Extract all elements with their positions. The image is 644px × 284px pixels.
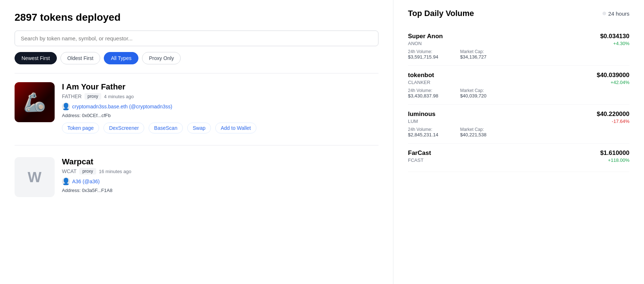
volume-stats: 24h Volume: $3,430,837.98 Market Cap: $4… bbox=[408, 88, 629, 99]
requester-link[interactable]: A36 (@a36) bbox=[72, 179, 100, 184]
volume-item: FarCast $1.610000 FCAST +118.00% bbox=[408, 144, 629, 172]
token-meta: WCAT proxy 16 minutes ago bbox=[62, 168, 378, 175]
proxy-badge: proxy bbox=[79, 168, 96, 175]
volume-stats: 24h Volume: $2,845,231.14 Market Cap: $4… bbox=[408, 127, 629, 137]
volume-value: $3,430,837.98 bbox=[408, 93, 438, 99]
mcap-stat: Market Cap: $34,136,727 bbox=[460, 49, 486, 60]
right-panel: Top Daily Volume 24 hours Super Anon $0.… bbox=[393, 0, 644, 284]
filter-proxy-only[interactable]: Proxy Only bbox=[142, 52, 181, 64]
volume-item: Super Anon $0.034130 ANON +4.30% 24h Vol… bbox=[408, 27, 629, 66]
volume-sub: ANON +4.30% bbox=[408, 41, 629, 46]
filter-all-types[interactable]: All Types bbox=[104, 52, 138, 64]
volume-token-name: FarCast bbox=[408, 149, 431, 157]
volume-value: $3,591,715.94 bbox=[408, 54, 438, 60]
token-time: 4 minutes ago bbox=[104, 94, 134, 99]
token-time: 16 minutes ago bbox=[99, 169, 131, 174]
volume-change: -17.64% bbox=[612, 119, 629, 124]
token-info: I Am Your Father FATHER proxy 4 minutes … bbox=[62, 82, 378, 133]
volume-token-name: tokenbot bbox=[408, 72, 434, 79]
token-name: Warpcat bbox=[62, 157, 378, 167]
volume-label: 24h Volume: bbox=[408, 127, 438, 132]
volume-top: tokenbot $40.039000 bbox=[408, 72, 629, 79]
mcap-label: Market Cap: bbox=[460, 49, 486, 54]
mcap-stat: Market Cap: $40,039,720 bbox=[460, 88, 486, 99]
volume-price: $40.220000 bbox=[597, 111, 629, 118]
requester-avatar: 👤 bbox=[62, 103, 70, 111]
dexscreener-link[interactable]: DexScreener bbox=[103, 123, 144, 133]
add-to-wallet-link[interactable]: Add to Wallet bbox=[215, 123, 256, 133]
action-links: Token page DexScreener BaseScan Swap Add… bbox=[62, 123, 378, 133]
left-panel: 2897 tokens deployed Newest First Oldest… bbox=[0, 0, 393, 284]
right-header: Top Daily Volume 24 hours bbox=[408, 9, 629, 18]
mcap-value: $40,039,720 bbox=[460, 93, 486, 99]
token-info: Warpcat WCAT proxy 16 minutes ago 👤 A36 … bbox=[62, 157, 378, 197]
volume-sub: LUM -17.64% bbox=[408, 119, 629, 124]
volume-top: FarCast $1.610000 bbox=[408, 149, 629, 157]
mcap-label: Market Cap: bbox=[460, 127, 486, 132]
token-requester: 👤 cryptomadn3ss.base.eth (@cryptomadn3ss… bbox=[62, 103, 378, 111]
volume-price: $0.034130 bbox=[600, 33, 629, 40]
time-dot-icon bbox=[602, 12, 606, 15]
swap-link[interactable]: Swap bbox=[187, 123, 211, 133]
volume-stat: 24h Volume: $3,430,837.98 bbox=[408, 88, 438, 99]
volume-change: +42.04% bbox=[610, 80, 629, 85]
volume-change: +4.30% bbox=[613, 41, 629, 46]
volume-stat: 24h Volume: $2,845,231.14 bbox=[408, 127, 438, 137]
token-requester: 👤 A36 (@a36) bbox=[62, 177, 378, 185]
volume-top: Super Anon $0.034130 bbox=[408, 33, 629, 40]
volume-label: 24h Volume: bbox=[408, 88, 438, 93]
time-label: 24 hours bbox=[608, 11, 629, 17]
token-image-placeholder: W bbox=[15, 157, 55, 197]
volume-top: luminous $40.220000 bbox=[408, 111, 629, 118]
requester-avatar: 👤 bbox=[62, 177, 70, 185]
placeholder-letter: W bbox=[28, 169, 42, 185]
token-symbol: WCAT bbox=[62, 168, 76, 174]
token-address: Address: 0x0CEf...cfFb bbox=[62, 113, 378, 118]
volume-symbol: LUM bbox=[408, 119, 418, 124]
volume-price: $40.039000 bbox=[597, 72, 629, 79]
volume-symbol: ANON bbox=[408, 41, 422, 46]
filter-newest-first[interactable]: Newest First bbox=[15, 52, 57, 64]
volume-change: +118.00% bbox=[608, 157, 629, 163]
volume-item: luminous $40.220000 LUM -17.64% 24h Volu… bbox=[408, 105, 629, 144]
divider bbox=[15, 73, 378, 73]
volume-item: tokenbot $40.039000 CLANKER +42.04% 24h … bbox=[408, 66, 629, 105]
volume-sub: CLANKER +42.04% bbox=[408, 80, 629, 85]
basescan-link[interactable]: BaseScan bbox=[149, 123, 183, 133]
time-selector[interactable]: 24 hours bbox=[602, 11, 629, 17]
section-title: Top Daily Volume bbox=[408, 9, 474, 18]
volume-symbol: FCAST bbox=[408, 157, 424, 163]
mcap-value: $34,136,727 bbox=[460, 54, 486, 60]
volume-symbol: CLANKER bbox=[408, 80, 430, 85]
token-address: Address: 0x3a5F...F1A8 bbox=[62, 188, 378, 193]
filter-oldest-first[interactable]: Oldest First bbox=[60, 52, 101, 64]
proxy-badge: proxy bbox=[85, 93, 101, 100]
mcap-label: Market Cap: bbox=[460, 88, 486, 93]
page-title: 2897 tokens deployed bbox=[15, 12, 378, 23]
volume-stats: 24h Volume: $3,591,715.94 Market Cap: $3… bbox=[408, 49, 629, 60]
token-card: W Warpcat WCAT proxy 16 minutes ago 👤 A3… bbox=[15, 157, 378, 209]
volume-value: $2,845,231.14 bbox=[408, 132, 438, 137]
mcap-value: $40,221,538 bbox=[460, 132, 486, 137]
token-image bbox=[15, 82, 55, 122]
volume-token-name: Super Anon bbox=[408, 33, 443, 40]
token-card: I Am Your Father FATHER proxy 4 minutes … bbox=[15, 82, 378, 145]
volume-stat: 24h Volume: $3,591,715.94 bbox=[408, 49, 438, 60]
volume-sub: FCAST +118.00% bbox=[408, 157, 629, 163]
token-symbol: FATHER bbox=[62, 93, 82, 99]
requester-link[interactable]: cryptomadn3ss.base.eth (@cryptomadn3ss) bbox=[72, 104, 172, 109]
filter-row: Newest First Oldest First All Types Prox… bbox=[15, 52, 378, 64]
token-name: I Am Your Father bbox=[62, 82, 378, 92]
volume-price: $1.610000 bbox=[600, 149, 629, 157]
volume-label: 24h Volume: bbox=[408, 49, 438, 54]
token-page-link[interactable]: Token page bbox=[62, 123, 99, 133]
token-meta: FATHER proxy 4 minutes ago bbox=[62, 93, 378, 100]
mcap-stat: Market Cap: $40,221,538 bbox=[460, 127, 486, 137]
search-input[interactable] bbox=[15, 31, 378, 46]
volume-token-name: luminous bbox=[408, 111, 436, 118]
